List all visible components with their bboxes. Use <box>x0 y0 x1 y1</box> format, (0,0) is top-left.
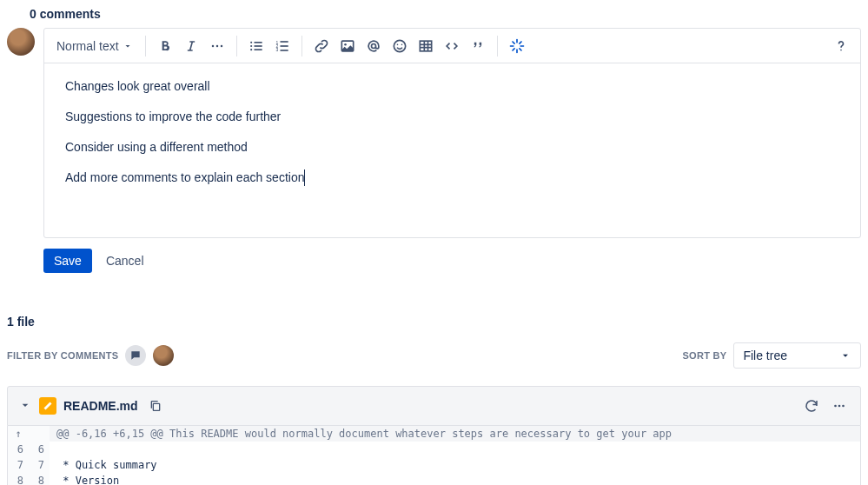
svg-point-17 <box>394 40 405 51</box>
text-style-dropdown[interactable]: Normal text <box>51 36 138 56</box>
line-num <box>29 426 50 442</box>
svg-point-0 <box>211 44 214 47</box>
new-line-num: 6 <box>29 442 50 457</box>
new-line-num: 8 <box>29 473 50 485</box>
emoji-button[interactable] <box>388 34 412 58</box>
svg-rect-6 <box>254 45 262 47</box>
diff-line: 6 6 <box>8 442 860 457</box>
more-icon <box>832 398 847 414</box>
chevron-down-icon <box>123 41 133 51</box>
quote-button[interactable] <box>466 34 490 58</box>
svg-rect-14 <box>280 50 288 51</box>
svg-rect-20 <box>420 41 431 51</box>
svg-point-18 <box>396 43 398 45</box>
svg-rect-8 <box>254 49 262 50</box>
link-button[interactable] <box>309 34 334 58</box>
editor-toolbar: Normal text 123 <box>44 29 860 63</box>
separator <box>236 36 237 56</box>
svg-rect-10 <box>280 41 288 43</box>
svg-point-29 <box>842 405 845 408</box>
svg-point-28 <box>838 405 841 408</box>
code-button[interactable] <box>440 34 464 58</box>
svg-rect-12 <box>280 45 288 47</box>
filter-label: FILTER BY COMMENTS <box>7 350 118 361</box>
editor-line: Add more comments to explain each sectio… <box>65 169 304 187</box>
copy-icon <box>149 399 162 413</box>
chevron-down-icon <box>18 398 32 412</box>
editor-content[interactable]: Changes look great overall Suggestions t… <box>44 63 860 237</box>
expand-up[interactable]: ↑ <box>8 426 29 442</box>
code-content <box>50 442 860 457</box>
svg-point-16 <box>344 43 347 46</box>
diff-line: 7 7 * Quick summary <box>8 457 860 473</box>
chevron-down-icon <box>839 349 851 362</box>
sort-value: File tree <box>743 349 787 362</box>
filter-avatar[interactable] <box>153 345 174 366</box>
copy-path-button[interactable] <box>145 395 166 416</box>
mention-button[interactable] <box>361 34 386 58</box>
old-line-num: 6 <box>8 442 29 457</box>
file-status-icon <box>39 397 56 415</box>
ai-button[interactable] <box>505 34 529 58</box>
new-line-num: 7 <box>29 457 50 473</box>
comments-count: 0 comments <box>30 7 861 21</box>
old-line-num: 8 <box>8 473 29 485</box>
italic-button[interactable] <box>179 34 203 58</box>
editor-line: Consider using a different method <box>65 138 839 156</box>
diff-line: 8 8 * Version <box>8 473 860 485</box>
cancel-button[interactable]: Cancel <box>96 249 155 273</box>
code-content: * Version <box>50 473 860 485</box>
more-formatting-button[interactable] <box>205 34 229 58</box>
text-style-label: Normal text <box>56 39 119 53</box>
file-header: README.md <box>7 386 861 426</box>
svg-rect-4 <box>254 42 262 43</box>
old-line-num: 7 <box>8 457 29 473</box>
image-button[interactable] <box>335 34 360 58</box>
editor-line: Changes look great overall <box>65 77 839 96</box>
svg-rect-26 <box>153 403 159 410</box>
separator <box>497 36 498 56</box>
help-button[interactable] <box>829 34 853 58</box>
svg-point-27 <box>834 405 837 408</box>
editor-line: Suggestions to improve the code further <box>65 108 839 126</box>
sort-label: SORT BY <box>682 350 726 361</box>
collapse-toggle[interactable] <box>18 398 32 415</box>
svg-point-1 <box>215 44 218 47</box>
svg-point-3 <box>250 41 252 43</box>
avatar <box>7 28 35 56</box>
ordered-list-button[interactable]: 123 <box>270 34 295 58</box>
hunk-header: @@ -6,16 +6,15 @@ This README would norm… <box>50 426 860 442</box>
svg-point-7 <box>250 49 252 50</box>
file-count: 1 file <box>7 315 861 329</box>
file-name[interactable]: README.md <box>63 399 138 413</box>
svg-point-5 <box>250 44 252 46</box>
bullet-list-button[interactable] <box>244 34 268 58</box>
bold-button[interactable] <box>153 34 177 58</box>
separator <box>145 36 146 56</box>
svg-point-2 <box>220 44 222 47</box>
diff-view: ↑ @@ -6,16 +6,15 @@ This README would no… <box>7 426 861 485</box>
table-button[interactable] <box>414 34 438 58</box>
svg-point-25 <box>840 49 842 50</box>
code-content: * Quick summary <box>50 457 860 473</box>
refresh-icon <box>804 398 819 414</box>
comment-icon <box>129 349 142 362</box>
sort-select[interactable]: File tree <box>733 342 861 369</box>
refresh-button[interactable] <box>801 395 822 416</box>
save-button[interactable]: Save <box>43 249 92 273</box>
comment-editor: Normal text 123 <box>43 28 861 238</box>
more-actions-button[interactable] <box>829 395 850 416</box>
svg-point-19 <box>401 43 402 45</box>
filter-comments-button[interactable] <box>125 345 146 366</box>
separator <box>301 36 302 56</box>
svg-text:3: 3 <box>275 46 278 51</box>
